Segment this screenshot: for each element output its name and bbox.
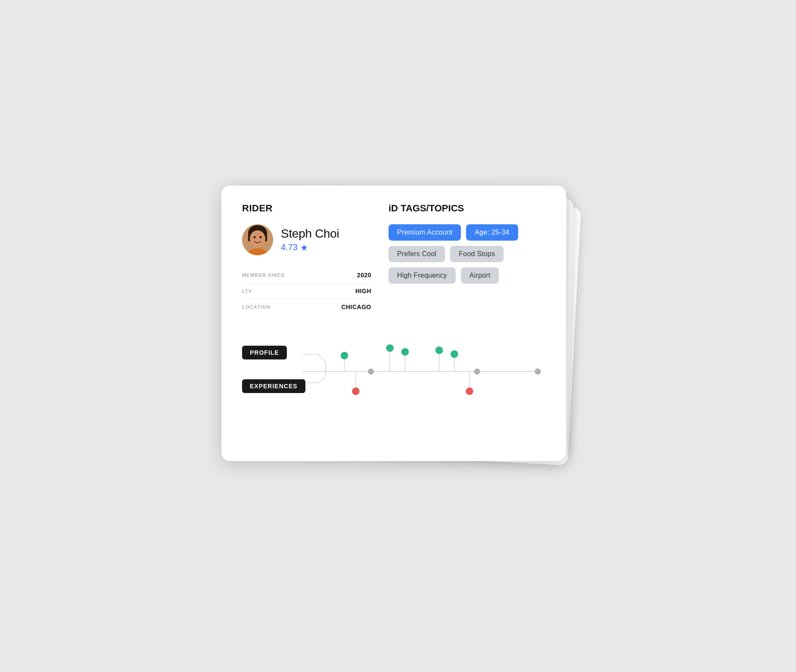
star-icon: ★ [300,242,308,253]
member-since-label: MEMBER SINCE [242,273,285,278]
member-since-value: 2020 [357,272,371,279]
tags-row-2: Prefers Cool Food Stops [389,246,545,262]
scene: RIDER [221,186,575,487]
rider-rating: 4.73 ★ [281,242,339,253]
tag-airport: Airport [461,267,499,284]
svg-point-19 [368,368,374,374]
svg-point-21 [535,368,541,374]
rider-name-block: Steph Choi 4.73 ★ [281,227,339,253]
experiences-label: EXPERIENCES [242,379,305,393]
svg-point-23 [352,387,360,395]
tag-prefers-cool: Prefers Cool [389,246,445,262]
svg-point-25 [466,387,473,395]
tag-food-stops: Food Stops [450,246,504,262]
tag-age: Age: 25-34 [466,224,518,241]
location-value: CHICAGO [341,303,371,310]
tags-section-title: iD TAGS/TOPICS [389,203,545,214]
top-section: RIDER [242,203,545,315]
rider-column: RIDER [242,203,371,315]
avatar [242,224,273,255]
svg-point-14 [401,348,409,356]
tags-row-1: Premium Account Age: 25-34 [389,224,545,241]
timeline-section: PROFILE EXPERIENCES [242,328,545,415]
tags-grid: Premium Account Age: 25-34 Prefers Cool … [389,224,545,284]
timeline-svg [242,328,545,415]
svg-point-18 [451,350,458,358]
rider-name: Steph Choi [281,227,339,241]
profile-label: PROFILE [242,346,287,359]
rating-value: 4.73 [281,242,298,252]
svg-point-16 [435,346,443,354]
svg-point-5 [254,236,256,238]
main-card: RIDER [221,186,566,461]
svg-point-20 [474,368,480,374]
member-since-row: MEMBER SINCE 2020 [242,267,371,283]
svg-point-10 [341,352,348,359]
ltv-value: HIGH [355,288,371,294]
tags-column: iD TAGS/TOPICS Premium Account Age: 25-3… [389,203,545,315]
location-label: LOCATION [242,304,271,310]
rider-section-title: RIDER [242,203,371,214]
ltv-label: LTV [242,288,252,294]
ltv-row: LTV HIGH [242,283,371,299]
svg-point-4 [250,230,265,248]
location-row: LOCATION CHICAGO [242,299,371,315]
svg-point-6 [260,236,262,238]
tags-row-3: High Frequency Airport [389,267,545,284]
tag-premium-account: Premium Account [389,224,461,241]
rider-info: Steph Choi 4.73 ★ [242,224,371,255]
tag-high-frequency: High Frequency [389,267,456,284]
svg-point-12 [386,344,394,352]
